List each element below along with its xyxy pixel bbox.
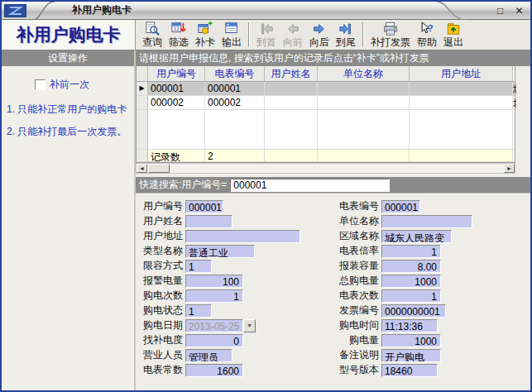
form-right-column: 电表编号000001 单位名称 区域名称城东人民路变 电表倍率1 报装容量8.0… — [332, 199, 472, 390]
cell-user-name[interactable] — [265, 96, 318, 109]
reprint-invoice-button[interactable]: 补打发票 — [368, 21, 413, 49]
first-record-label: 到首 — [256, 36, 276, 48]
last-record-button[interactable]: 到尾 — [333, 21, 358, 49]
chevron-down-icon[interactable]: ▼ — [243, 319, 256, 332]
table-row[interactable]: ▶ 000001 000001 城 — [137, 82, 515, 96]
quick-search-label: 快速搜索:用户编号= — [139, 178, 227, 192]
checkbox-icon[interactable] — [35, 79, 46, 90]
area-name-field[interactable]: 城东人民路变 — [381, 230, 452, 243]
field-label: 总购电量 — [332, 274, 381, 288]
user-address-field[interactable] — [185, 230, 300, 243]
grid-header-row: 用户编号 电表编号 用户姓名 单位名称 用户地址 — [137, 66, 515, 82]
sidebar-header-label: 设置操作 — [48, 51, 88, 65]
scrollbar-thumb[interactable] — [148, 164, 170, 173]
operator-field[interactable]: 管理员 — [185, 349, 232, 362]
field-label: 电表次数 — [332, 289, 381, 303]
toolbar-separator — [248, 22, 250, 47]
field-label: 限容方式 — [136, 259, 185, 273]
printer-icon — [382, 22, 399, 36]
compensation-power-field[interactable]: 0 — [185, 334, 243, 347]
record-count-label: 记录数 — [148, 150, 205, 161]
purchase-date-combo[interactable]: 2013-05-25 — [185, 319, 243, 332]
meter-id-field[interactable]: 000001 — [381, 200, 420, 213]
installed-capacity-field[interactable]: 8.00 — [381, 260, 441, 273]
app-title-panel: 补用户购电卡 — [2, 20, 136, 50]
cell-user-id[interactable]: 000002 — [148, 96, 205, 109]
column-header-unit-name[interactable]: 单位名称 — [318, 66, 410, 81]
cell-meter-id[interactable]: 000002 — [205, 96, 265, 109]
field-label: 电表编号 — [332, 199, 381, 213]
meter-constant-field[interactable]: 1600 — [185, 364, 243, 377]
column-header-user-address[interactable]: 用户地址 — [410, 66, 513, 81]
invoice-number-field[interactable]: 0000000001 — [381, 304, 446, 318]
purchase-status-field[interactable]: 1 — [185, 304, 212, 318]
empty-cell — [318, 110, 410, 149]
grid-corner-cell — [137, 66, 148, 81]
meter-count-field[interactable]: 1 — [381, 289, 441, 303]
column-header-user-id[interactable]: 用户编号 — [148, 66, 205, 81]
filter-button[interactable]: 12 筛选 — [166, 21, 191, 49]
output-icon — [223, 22, 240, 36]
purchase-amount-field[interactable]: 1000 — [381, 334, 441, 347]
total-purchase-field[interactable]: 1000 — [381, 275, 441, 288]
svg-text:12: 12 — [174, 26, 180, 31]
reissue-previous-checkbox-row[interactable]: 补前一次 — [35, 78, 129, 92]
cell-meter-id[interactable]: 000001 — [205, 82, 265, 95]
exit-button[interactable]: 退出 — [441, 21, 466, 49]
query-button[interactable]: 查询 — [140, 21, 165, 49]
quick-search-input[interactable] — [230, 179, 390, 192]
field-label: 电表常数 — [136, 363, 185, 377]
cell-clipped: 城 — [513, 82, 516, 95]
replace-card-button[interactable]: 补卡 — [193, 21, 218, 49]
cell-user-name[interactable] — [265, 82, 318, 95]
meter-ratio-field[interactable]: 1 — [381, 245, 441, 258]
sidebar: 设置操作 补前一次 1. 只能补正常用户的购电卡 2. 只能补打最后一次发票。 — [2, 50, 136, 390]
table-row[interactable]: 000002 000002 城 — [137, 96, 515, 110]
type-name-field[interactable]: 普通工业 — [185, 245, 255, 258]
main-area: 设置操作 补前一次 1. 只能补正常用户的购电卡 2. 只能补打最后一次发票。 … — [2, 50, 530, 390]
column-header-meter-id[interactable]: 电表编号 — [205, 66, 265, 81]
cell-unit-name[interactable] — [318, 96, 410, 109]
help-button[interactable]: ? 帮助 — [415, 21, 439, 49]
alarm-power-field[interactable]: 100 — [185, 275, 243, 288]
scroll-right-arrow-icon[interactable]: ► — [504, 164, 515, 173]
purchase-count-field[interactable]: 1 — [185, 289, 243, 303]
quick-search-bar: 快速搜索:用户编号= — [136, 177, 530, 193]
unit-name-field[interactable] — [381, 215, 472, 228]
user-id-field[interactable]: 000001 — [185, 200, 223, 213]
field-label: 单位名称 — [332, 214, 381, 228]
column-header-user-name[interactable]: 用户姓名 — [265, 66, 318, 81]
detail-form: 用户编号000001 用户姓名 用户地址 类型名称普通工业 限容方式1 报警电量… — [136, 194, 530, 390]
prev-record-button[interactable]: 向前 — [280, 21, 305, 49]
purchase-time-field[interactable]: 11:13:36 — [381, 319, 438, 332]
row-selector — [137, 110, 148, 149]
empty-cell — [410, 110, 513, 149]
cell-user-address[interactable] — [410, 96, 513, 109]
form-left-column: 用户编号000001 用户姓名 用户地址 类型名称普通工业 限容方式1 报警电量… — [136, 199, 332, 390]
exit-folder-icon — [445, 22, 462, 36]
field-label: 备注说明 — [332, 348, 381, 362]
model-version-field[interactable]: 18460 — [381, 364, 438, 377]
help-label: 帮助 — [417, 36, 437, 48]
cell-unit-name[interactable] — [318, 82, 410, 95]
user-name-field[interactable] — [185, 215, 232, 228]
search-icon — [144, 22, 161, 36]
app-logo-icon — [4, 4, 26, 17]
horizontal-scrollbar[interactable]: ◄ ► — [136, 163, 515, 174]
first-record-button[interactable]: 到首 — [254, 21, 279, 49]
page-title: 补用户购电卡 — [17, 23, 121, 46]
field-label: 购电状态 — [136, 304, 185, 318]
cell-user-id[interactable]: 000001 — [148, 82, 205, 95]
close-button[interactable]: ✕ — [513, 4, 525, 17]
cell-user-address[interactable] — [410, 82, 513, 95]
capacity-limit-mode-field[interactable]: 1 — [185, 260, 212, 273]
remark-field[interactable]: 开户购电 — [381, 349, 441, 362]
user-grid: 用户编号 电表编号 用户姓名 单位名称 用户地址 ▶ 000001 000001… — [136, 66, 515, 163]
maximize-button[interactable]: □ — [494, 4, 506, 17]
instruction-banner: 请根据用户申报信息, 搜索到该用户的记录后点击“补卡”或补打发票 — [136, 50, 530, 66]
output-button[interactable]: 输出 — [219, 21, 244, 49]
cell-clipped: 城 — [513, 96, 516, 109]
next-record-button[interactable]: 向后 — [307, 21, 332, 49]
prev-record-label: 向前 — [283, 36, 303, 48]
scroll-left-arrow-icon[interactable]: ◄ — [137, 164, 147, 173]
